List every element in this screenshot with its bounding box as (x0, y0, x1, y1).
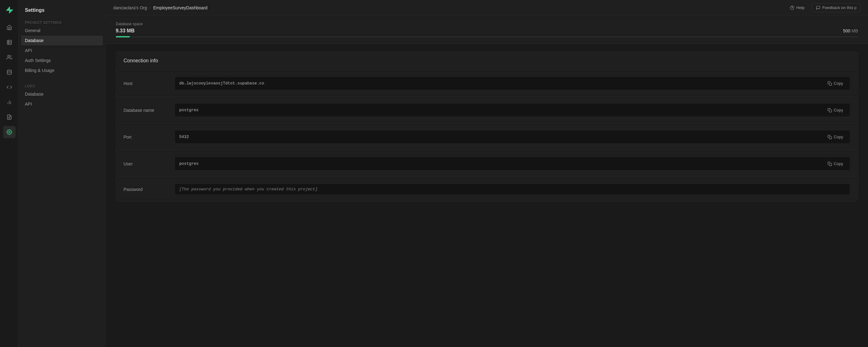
content-area: Database space 9.33 MB 500 MB Connection… (106, 16, 868, 347)
breadcrumb: danciaclara's Org › EmployeeSurveyDashbo… (113, 5, 208, 10)
connection-field-user: postgres Copy (175, 157, 850, 171)
icon-sidebar (0, 0, 19, 347)
page-title: Settings (19, 5, 105, 18)
svg-rect-17 (829, 163, 832, 166)
connection-field-dbname: postgres Copy (175, 103, 850, 117)
connection-value-user: postgres (179, 161, 198, 166)
main-content: danciaclara's Org › EmployeeSurveyDashbo… (106, 0, 868, 347)
nav-icon-users[interactable] (3, 51, 16, 63)
svg-rect-0 (7, 40, 11, 45)
copy-dbname-button[interactable]: Copy (825, 107, 846, 114)
svg-rect-16 (829, 137, 832, 139)
nav-item-logs-api[interactable]: API (19, 99, 105, 109)
connection-field-password: [The password you provided when you crea… (175, 183, 850, 195)
nav-icon-storage[interactable] (3, 66, 16, 79)
topbar-actions: Help Feedback on this p (787, 3, 861, 12)
nav-icon-settings[interactable] (3, 126, 16, 138)
svg-point-5 (7, 70, 11, 71)
connection-row-user: User postgres Copy (116, 150, 858, 177)
feedback-icon (816, 6, 820, 10)
db-space-progress-fill (116, 36, 130, 37)
connection-info-header: Connection info (116, 52, 858, 70)
logs-section-label: Logs (19, 82, 105, 89)
svg-rect-15 (829, 110, 832, 112)
nav-icon-home[interactable] (3, 21, 16, 34)
app-logo (3, 4, 16, 16)
nav-item-billing[interactable]: Billing & Usage (19, 65, 105, 76)
nav-sidebar: Settings Project settings General Databa… (19, 0, 106, 347)
connection-label-user: User (124, 161, 167, 166)
nav-item-general[interactable]: General (19, 26, 105, 35)
connection-label-port: Port (124, 135, 167, 140)
breadcrumb-separator: › (150, 6, 151, 10)
copy-host-button[interactable]: Copy (825, 80, 846, 87)
help-button[interactable]: Help (787, 4, 807, 11)
db-space-row: 9.33 MB 500 MB (116, 28, 858, 34)
breadcrumb-project[interactable]: EmployeeSurveyDashboard (153, 5, 208, 10)
connection-row-password: Password [The password you provided when… (116, 177, 858, 201)
breadcrumb-org[interactable]: danciaclara's Org (113, 5, 147, 10)
nav-item-api[interactable]: API (19, 46, 105, 55)
db-space-max: 500 MB (843, 28, 858, 33)
nav-icon-reports[interactable] (3, 96, 16, 108)
db-space-max-unit: MB (851, 28, 858, 33)
project-settings-section-label: Project settings (19, 18, 105, 26)
copy-port-button[interactable]: Copy (825, 133, 846, 141)
db-space-progress-container (116, 36, 858, 37)
copy-port-icon (828, 135, 832, 139)
connection-value-dbname: postgres (179, 108, 198, 112)
topbar: danciaclara's Org › EmployeeSurveyDashbo… (106, 0, 868, 16)
connection-label-host: Host (124, 81, 167, 86)
connection-field-host: db.lwjscooylevaosjTdtot.supabase.co Copy (175, 76, 850, 90)
connection-row-host: Host db.lwjscooylevaosjTdtot.supabase.co… (116, 70, 858, 97)
copy-dbname-icon (828, 108, 832, 112)
nav-icon-functions[interactable] (3, 81, 16, 93)
copy-user-icon (828, 162, 832, 166)
connection-label-dbname: Database name (124, 108, 167, 113)
svg-point-11 (8, 132, 10, 133)
nav-item-database[interactable]: Database (21, 35, 103, 46)
db-space-section: Database space 9.33 MB 500 MB (106, 16, 868, 44)
db-space-max-value: 500 (843, 28, 850, 33)
connection-value-host: db.lwjscooylevaosjTdtot.supabase.co (179, 81, 264, 86)
connection-label-password: Password (124, 187, 167, 192)
nav-item-logs-database[interactable]: Database (19, 89, 105, 99)
connection-value-port: 5432 (179, 135, 189, 139)
connection-field-port: 5432 Copy (175, 130, 850, 144)
help-icon (790, 6, 794, 10)
nav-icon-table[interactable] (3, 36, 16, 49)
connection-row-dbname: Database name postgres Copy (116, 97, 858, 124)
db-space-label: Database space (116, 22, 858, 26)
connection-row-port: Port 5432 Copy (116, 124, 858, 150)
nav-item-auth-settings[interactable]: Auth Settings (19, 55, 105, 65)
copy-user-button[interactable]: Copy (825, 160, 846, 167)
nav-icon-logs[interactable] (3, 111, 16, 123)
connection-info-section: Connection info Host db.lwjscooylevaosjT… (116, 51, 858, 202)
copy-host-icon (828, 81, 832, 86)
feedback-button[interactable]: Feedback on this p (812, 3, 861, 12)
svg-rect-14 (829, 83, 832, 85)
db-space-value: 9.33 MB (116, 28, 134, 34)
svg-point-4 (7, 55, 9, 57)
connection-value-password: [The password you provided when you crea… (179, 187, 318, 192)
